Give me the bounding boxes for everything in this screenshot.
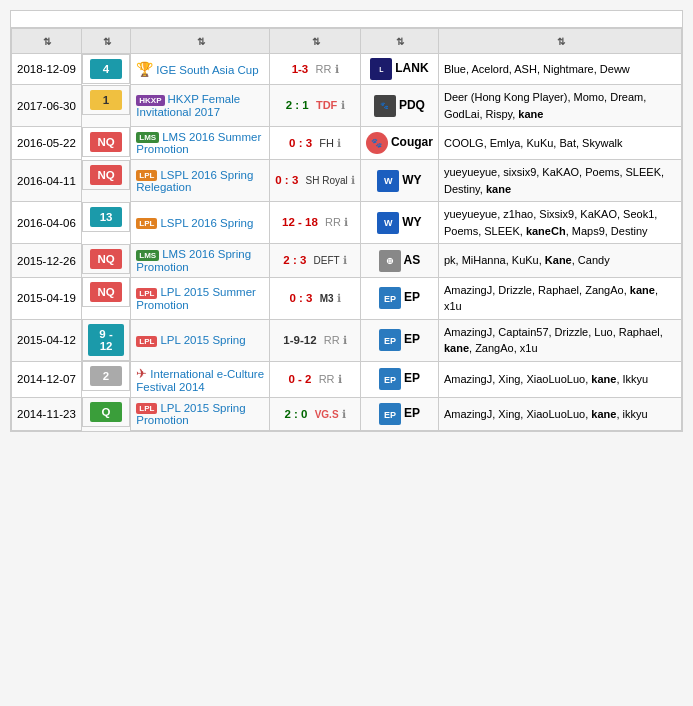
svg-text:EP: EP xyxy=(384,410,396,420)
table-row: 2015-04-129 - 12LPLLPL 2015 Spring1-9-12… xyxy=(12,319,682,361)
date-cell: 2015-04-12 xyxy=(12,319,82,361)
table-row: 2016-04-11NQLPLLSPL 2016 Spring Relegati… xyxy=(12,160,682,202)
pl-cell: 13 xyxy=(82,202,130,232)
table-row: 2014-11-23QLPLLPL 2015 Spring Promotion2… xyxy=(12,397,682,430)
pl-cell: NQ xyxy=(82,160,130,190)
roster-cell: AmazingJ, Xing, XiaoLuoLuo, kane, ikkyu xyxy=(438,397,681,430)
roster-cell: COOLG, Emlya, KuKu, Bat, Skywalk xyxy=(438,127,681,160)
event-cell: LMSLMS 2016 Spring Promotion xyxy=(131,244,270,277)
team-cell: LLANK xyxy=(360,54,438,85)
pl-cell: Q xyxy=(82,397,130,427)
sort-date-icon[interactable]: ⇅ xyxy=(43,36,51,47)
table-row: 2016-04-0613LPLLSPL 2016 Spring12 - 18 R… xyxy=(12,202,682,244)
info-icon[interactable]: ℹ xyxy=(343,334,347,346)
event-cell: LPLLPL 2015 Spring Promotion xyxy=(131,397,270,430)
pl-cell: 4 xyxy=(82,54,130,84)
pl-cell: NQ xyxy=(82,244,130,274)
svg-text:EP: EP xyxy=(384,336,396,346)
sort-pl-icon[interactable]: ⇅ xyxy=(103,36,111,47)
table-row: 2015-04-19NQLPLLPL 2015 Summer Promotion… xyxy=(12,277,682,319)
roster-cell: pk, MiHanna, KuKu, Kane, Candy xyxy=(438,244,681,277)
team-cell: EPEP xyxy=(360,319,438,361)
last-result-cell: 2 : 3 DEFT ℹ xyxy=(270,244,361,277)
table-row: 2015-12-26NQLMSLMS 2016 Spring Promotion… xyxy=(12,244,682,277)
col-last-result[interactable]: ⇅ xyxy=(270,29,361,54)
team-cell: EPEP xyxy=(360,361,438,397)
event-cell: HKXPHKXP Female Invitational 2017 xyxy=(131,85,270,127)
results-table: ⇅ ⇅ ⇅ ⇅ ⇅ xyxy=(11,28,682,431)
event-cell: LMSLMS 2016 Summer Promotion xyxy=(131,127,270,160)
sort-roster-icon[interactable]: ⇅ xyxy=(557,36,565,47)
pl-cell: NQ xyxy=(82,127,130,157)
info-icon[interactable]: ℹ xyxy=(351,174,355,186)
team-cell: 🐾PDQ xyxy=(360,85,438,127)
info-icon[interactable]: ℹ xyxy=(344,216,348,228)
roster-cell: Deer (Hong Kong Player), Momo, Dream, Go… xyxy=(438,85,681,127)
last-result-cell: 2 : 0 VG.S ℹ xyxy=(270,397,361,430)
pl-cell: 9 - 12 xyxy=(82,319,130,361)
roster-cell: AmazingJ, Captain57, Drizzle, Luo, Rapha… xyxy=(438,319,681,361)
sort-event-icon[interactable]: ⇅ xyxy=(197,36,205,47)
team-cell: EPEP xyxy=(360,277,438,319)
team-cell: WWY xyxy=(360,160,438,202)
last-result-cell: 0 : 3 M3 ℹ xyxy=(270,277,361,319)
pl-cell: 1 xyxy=(82,85,130,115)
date-cell: 2016-05-22 xyxy=(12,127,82,160)
event-cell: LPLLSPL 2016 Spring Relegation xyxy=(131,160,270,202)
event-cell: ✈International e-Culture Festival 2014 xyxy=(131,361,270,397)
table-row: 2017-06-301HKXPHKXP Female Invitational … xyxy=(12,85,682,127)
team-cell: 🐾Cougar xyxy=(360,127,438,160)
info-icon[interactable]: ℹ xyxy=(337,137,341,149)
col-team[interactable]: ⇅ xyxy=(360,29,438,54)
svg-text:EP: EP xyxy=(384,375,396,385)
roster-cell: AmazingJ, Xing, XiaoLuoLuo, kane, Ikkyu xyxy=(438,361,681,397)
roster-cell: AmazingJ, Drizzle, Raphael, ZangAo, kane… xyxy=(438,277,681,319)
sort-team-icon[interactable]: ⇅ xyxy=(396,36,404,47)
info-icon[interactable]: ℹ xyxy=(338,373,342,385)
event-cell: 🏆IGE South Asia Cup xyxy=(131,54,270,85)
info-icon[interactable]: ℹ xyxy=(341,99,345,111)
info-icon[interactable]: ℹ xyxy=(337,292,341,304)
info-icon[interactable]: ℹ xyxy=(342,408,346,420)
team-cell: ⊕AS xyxy=(360,244,438,277)
roster-cell: yueyueyue, z1hao, Sixsix9, KaKAO, Seok1,… xyxy=(438,202,681,244)
date-cell: 2017-06-30 xyxy=(12,85,82,127)
date-cell: 2016-04-11 xyxy=(12,160,82,202)
date-cell: 2016-04-06 xyxy=(12,202,82,244)
table-row: 2014-12-072✈International e-Culture Fest… xyxy=(12,361,682,397)
info-icon[interactable]: ℹ xyxy=(343,254,347,266)
date-cell: 2018-12-09 xyxy=(12,54,82,85)
col-pl[interactable]: ⇅ xyxy=(81,29,130,54)
last-result-cell: 0 - 2 RR ℹ xyxy=(270,361,361,397)
date-cell: 2015-04-19 xyxy=(12,277,82,319)
col-event[interactable]: ⇅ xyxy=(131,29,270,54)
col-roster[interactable]: ⇅ xyxy=(438,29,681,54)
roster-cell: yueyueyue, sixsix9, KaKAO, Poems, SLEEK,… xyxy=(438,160,681,202)
last-result-cell: 0 : 3 FH ℹ xyxy=(270,127,361,160)
date-cell: 2014-11-23 xyxy=(12,397,82,430)
date-cell: 2014-12-07 xyxy=(12,361,82,397)
col-date[interactable]: ⇅ xyxy=(12,29,82,54)
event-cell: LPLLPL 2015 Summer Promotion xyxy=(131,277,270,319)
table-row: 2018-12-094🏆IGE South Asia Cup1-3 RR ℹLL… xyxy=(12,54,682,85)
last-result-cell: 12 - 18 RR ℹ xyxy=(270,202,361,244)
info-icon[interactable]: ℹ xyxy=(335,63,339,75)
last-result-cell: 1-9-12 RR ℹ xyxy=(270,319,361,361)
svg-text:EP: EP xyxy=(384,294,396,304)
pl-cell: NQ xyxy=(82,277,130,307)
last-result-cell: 1-3 RR ℹ xyxy=(270,54,361,85)
roster-cell: Blue, Acelord, ASH, Nightmare, Deww xyxy=(438,54,681,85)
main-container: ⇅ ⇅ ⇅ ⇅ ⇅ xyxy=(10,10,683,432)
last-result-cell: 2 : 1 TDF ℹ xyxy=(270,85,361,127)
pl-cell: 2 xyxy=(82,361,130,391)
event-cell: LPLLSPL 2016 Spring xyxy=(131,202,270,244)
table-row: 2016-05-22NQLMSLMS 2016 Summer Promotion… xyxy=(12,127,682,160)
date-cell: 2015-12-26 xyxy=(12,244,82,277)
team-cell: WWY xyxy=(360,202,438,244)
team-cell: EPEP xyxy=(360,397,438,430)
sort-result-icon[interactable]: ⇅ xyxy=(312,36,320,47)
event-cell: LPLLPL 2015 Spring xyxy=(131,319,270,361)
page-title xyxy=(11,11,682,28)
last-result-cell: 0 : 3 SH Royal ℹ xyxy=(270,160,361,202)
